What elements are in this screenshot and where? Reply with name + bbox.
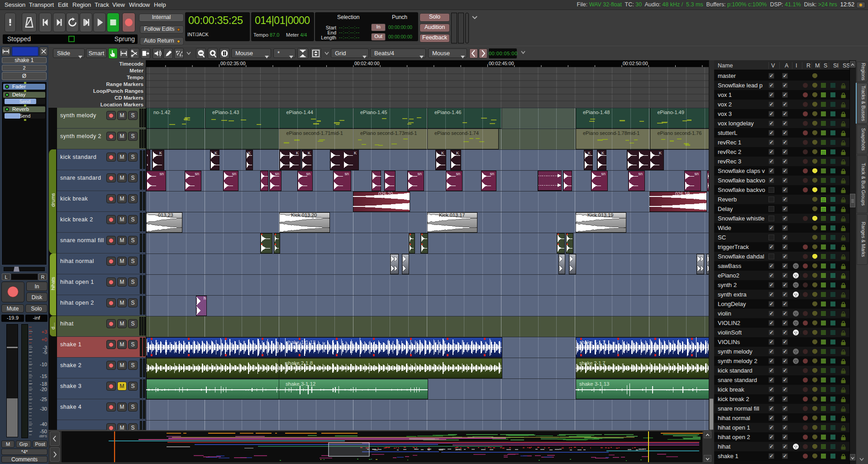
- svg-text:sn: sn: [344, 172, 349, 176]
- svg-text:shake 1-1.13: shake 1-1.13: [286, 340, 316, 345]
- svg-text:K: K: [308, 151, 310, 155]
- svg-text:K: K: [441, 151, 444, 155]
- svg-text:ePiano-1.46: ePiano-1.46: [434, 110, 461, 115]
- svg-text:shake 1-1.7: shake 1-1.7: [579, 340, 605, 345]
- svg-text:K: K: [588, 151, 591, 155]
- svg-text:ePiano-1.44: ePiano-1.44: [286, 110, 313, 115]
- svg-text:K: K: [601, 151, 604, 155]
- svg-text:sn: sn: [638, 172, 643, 176]
- svg-text:026.20: 026.20: [378, 191, 393, 196]
- svg-text:sn: sn: [306, 172, 310, 176]
- svg-text:sn: sn: [417, 172, 422, 176]
- svg-text:sn: sn: [601, 172, 606, 176]
- svg-text:Kick 013.19: Kick 013.19: [587, 212, 613, 218]
- svg-text:ePiano second-1.76: ePiano second-1.76: [658, 130, 702, 136]
- svg-text:ePiano-1.49: ePiano-1.49: [658, 110, 684, 115]
- svg-text:sn: sn: [490, 172, 494, 176]
- svg-text:sn: sn: [694, 172, 699, 176]
- svg-text:ePiano second-1.78mid-1: ePiano second-1.78mid-1: [583, 130, 639, 136]
- svg-text:ePiano-1.43: ePiano-1.43: [212, 110, 239, 115]
- svg-text:shake 2-1.7: shake 2-1.7: [579, 360, 605, 366]
- svg-text:ePiano-1.45: ePiano-1.45: [360, 110, 387, 115]
- svg-text:shake 3-1.13: shake 3-1.13: [579, 381, 610, 387]
- svg-text:K: K: [354, 151, 357, 155]
- svg-text:Kick 013.17: Kick 013.17: [439, 212, 465, 218]
- svg-text:ePiano second-1.74: ePiano second-1.74: [434, 130, 479, 136]
- svg-text:K: K: [296, 151, 299, 155]
- svg-text:Kick 013.20: Kick 013.20: [291, 212, 317, 218]
- svg-text:K: K: [159, 151, 162, 155]
- svg-text:sn: sn: [195, 172, 199, 176]
- svg-text:shake 3-1.12: shake 3-1.12: [286, 381, 316, 387]
- svg-text:shake 2-1.8: shake 2-1.8: [286, 360, 313, 366]
- svg-text:K: K: [248, 151, 251, 155]
- svg-text:sn: sn: [456, 172, 460, 176]
- svg-text:h: h: [204, 296, 206, 301]
- svg-text:013.23: 013.23: [158, 212, 173, 218]
- svg-text:sn: sn: [232, 172, 236, 176]
- svg-text:sn: sn: [159, 172, 164, 176]
- svg-text:026.19: 026.19: [675, 191, 690, 196]
- svg-text:K: K: [215, 151, 217, 155]
- svg-text:K: K: [456, 151, 459, 155]
- svg-text:ePiano-1.48: ePiano-1.48: [583, 110, 610, 115]
- svg-text:K: K: [659, 151, 662, 155]
- svg-text:sn: sn: [275, 172, 279, 176]
